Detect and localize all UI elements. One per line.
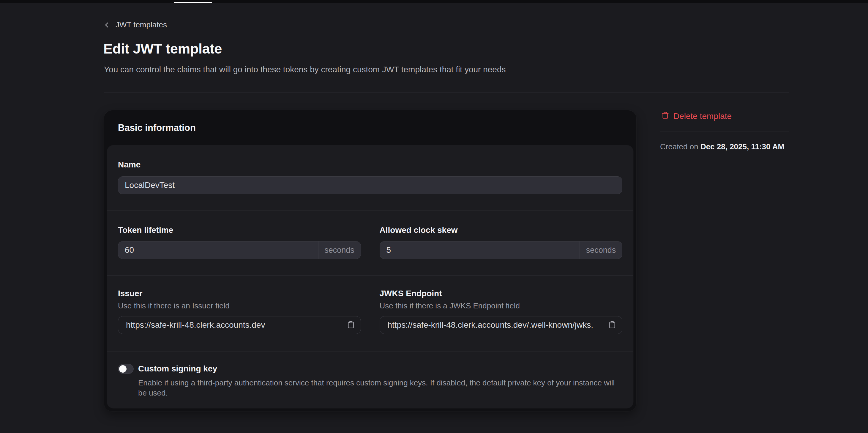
created-on-line: Created on Dec 28, 2025, 11:30 AM xyxy=(660,142,784,151)
arrow-left-icon xyxy=(104,21,112,29)
clipboard-icon xyxy=(608,321,616,329)
custom-signing-key-description: Enable if using a third-party authentica… xyxy=(138,378,622,398)
clipboard-icon xyxy=(347,321,355,329)
token-lifetime-label: Token lifetime xyxy=(118,225,173,235)
delete-template-label: Delete template xyxy=(674,112,732,121)
page-title: Edit JWT template xyxy=(103,40,222,57)
page-subtitle: You can control the claims that will go … xyxy=(104,65,505,74)
jwks-value-box: https://safe-krill-48.clerk.accounts.dev… xyxy=(380,316,623,334)
jwks-field: JWKS Endpoint Use this if there is a JWK… xyxy=(380,276,623,351)
delete-template-button[interactable]: Delete template xyxy=(661,111,732,121)
trash-icon xyxy=(661,111,669,121)
top-navbar xyxy=(0,0,868,3)
issuer-label: Issuer xyxy=(118,289,143,298)
active-tab-indicator xyxy=(174,2,212,3)
header-divider xyxy=(104,92,789,92)
card-panel: Name Token lifetime seconds Allowed cloc… xyxy=(107,145,633,408)
clock-skew-unit: seconds xyxy=(580,241,622,259)
created-on-prefix: Created on xyxy=(660,142,701,151)
jwks-label: JWKS Endpoint xyxy=(380,289,442,298)
issuer-value-box: https://safe-krill-48.clerk.accounts.dev xyxy=(118,316,361,334)
issuer-value: https://safe-krill-48.clerk.accounts.dev xyxy=(126,320,342,330)
token-lifetime-unit: seconds xyxy=(318,241,361,259)
clock-skew-input-group: seconds xyxy=(380,241,623,259)
name-field-label: Name xyxy=(118,160,141,170)
custom-signing-key-toggle[interactable] xyxy=(118,364,134,374)
jwks-hint: Use this if there is a JWKS Endpoint fie… xyxy=(380,301,520,311)
card-header: Basic information xyxy=(104,110,636,145)
custom-signing-key-text: Custom signing key Enable if using a thi… xyxy=(138,364,622,398)
custom-signing-key-row: Custom signing key Enable if using a thi… xyxy=(107,351,633,408)
name-field-row: Name xyxy=(107,145,633,210)
issuer-field: Issuer Use this if there is an Issuer fi… xyxy=(118,276,361,351)
name-input[interactable] xyxy=(118,176,622,194)
basic-information-card: Basic information Name Token lifetime se… xyxy=(104,110,636,411)
token-lifetime-input[interactable] xyxy=(118,241,318,259)
jwks-copy-button[interactable] xyxy=(608,321,616,329)
custom-signing-key-label: Custom signing key xyxy=(138,364,622,374)
clock-skew-label: Allowed clock skew xyxy=(380,225,458,235)
back-link-label: JWT templates xyxy=(116,20,167,29)
issuer-copy-button[interactable] xyxy=(347,321,355,329)
lifetime-row: Token lifetime seconds Allowed clock ske… xyxy=(107,210,633,276)
urls-row: Issuer Use this if there is an Issuer fi… xyxy=(107,276,633,351)
issuer-hint: Use this if there is an Issuer field xyxy=(118,301,229,311)
token-lifetime-field: Token lifetime seconds xyxy=(118,210,361,276)
clock-skew-input[interactable] xyxy=(380,241,580,259)
toggle-knob xyxy=(119,365,127,373)
jwks-value: https://safe-krill-48.clerk.accounts.dev… xyxy=(388,320,604,330)
back-link-jwt-templates[interactable]: JWT templates xyxy=(104,20,167,29)
clock-skew-field: Allowed clock skew seconds xyxy=(380,210,623,276)
sidebar-divider xyxy=(660,131,789,132)
card-title: Basic information xyxy=(118,122,196,133)
created-on-date: Dec 28, 2025, 11:30 AM xyxy=(701,142,784,151)
token-lifetime-input-group: seconds xyxy=(118,241,361,259)
